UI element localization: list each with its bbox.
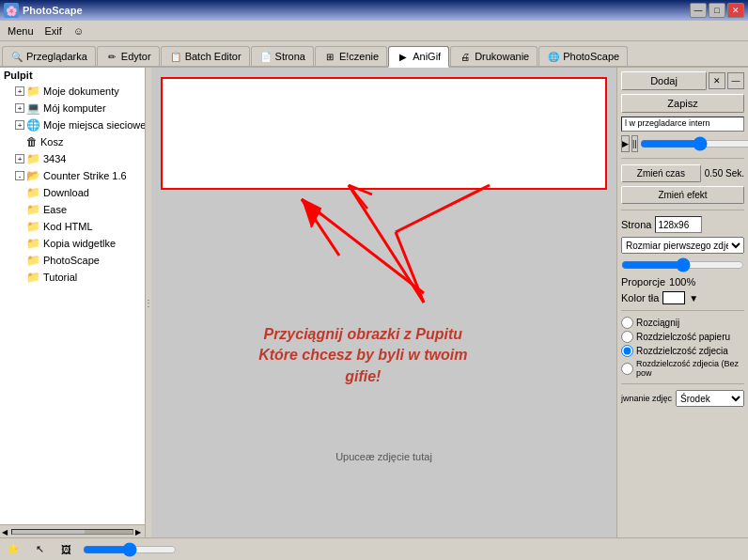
tab-drukowanie[interactable]: 🖨 Drukowanie: [450, 46, 538, 66]
radio-bez-pow[interactable]: Rozdzielczość zdjecia (Bez pow: [621, 359, 744, 378]
tree-item-tutorial[interactable]: 📁 Tutorial: [0, 269, 145, 286]
drop-hint-main: Przyciągnij obrazki z Pupitu Które chces…: [258, 324, 467, 387]
close-button[interactable]: ✕: [727, 3, 744, 18]
drop-hint-sub: Upuceæ zdjęcie tutaj: [335, 451, 432, 462]
playback-slider[interactable]: [640, 137, 748, 150]
radio-zdjecia[interactable]: Rozdzielczość zdjecia: [621, 345, 744, 357]
bg-color-label: Kolor tła: [621, 292, 659, 303]
save-button[interactable]: Zapisz: [621, 94, 744, 113]
time-value: 0.50 Sek.: [705, 168, 744, 179]
proportion-row: Proporcje 100%: [621, 276, 744, 288]
tree-item-kod-html[interactable]: 📁 Kod HTML: [0, 218, 145, 235]
change-time-row: Zmień czas 0.50 Sek.: [621, 164, 744, 182]
tree-item-moje-miejsca[interactable]: + 🌐 Moje miejsca sieciowe: [0, 117, 145, 133]
change-effect-button[interactable]: Zmień efekt: [621, 186, 744, 204]
status-bar: ⭐ ↖ 🖼: [0, 537, 748, 560]
radio-label-zdjecia: Rozdzielczość zdjecia: [636, 346, 728, 356]
align-select[interactable]: Środek: [676, 390, 744, 407]
radio-label-papier: Rozdzielczość papieru: [636, 332, 730, 342]
pause-button[interactable]: ||: [631, 135, 638, 152]
size-select[interactable]: Rozmiar pierwszego zdjecia: [621, 237, 744, 254]
image-icon[interactable]: 🖼: [56, 540, 75, 559]
tree-item-moj-komputer[interactable]: + 💻 Mój komputer: [0, 100, 145, 117]
star-icon[interactable]: ⭐: [4, 540, 23, 559]
expander-3434[interactable]: +: [15, 154, 24, 163]
sidebar-header-label: Pulpit: [4, 70, 33, 81]
cursor-icon[interactable]: ↖: [30, 540, 49, 559]
page-label: Strona: [621, 219, 651, 230]
radio-input-papier[interactable]: [621, 331, 633, 343]
tab-photoscape[interactable]: 🌐 PhotoScape: [538, 46, 628, 66]
tree-item-moje-dokumenty[interactable]: + 📁 Moje dokumenty: [0, 83, 145, 100]
menu-bar: Menu Exif ☺: [0, 21, 748, 41]
przegladarka-icon: 🔍: [10, 50, 23, 63]
tree-label-photoscape-folder: PhotoScape: [43, 255, 100, 266]
minimize-button[interactable]: —: [690, 3, 707, 18]
tab-strona[interactable]: 📄 Strona: [251, 46, 314, 66]
radio-rozciagnij[interactable]: Rozciągnij: [621, 317, 744, 329]
tree-item-kopia-widgetlke[interactable]: 📁 Kopia widgetlke: [0, 235, 145, 252]
expander-moje-dokumenty[interactable]: +: [15, 86, 24, 96]
proportion-slider[interactable]: [621, 257, 744, 272]
preview-label: l w przegladarce intern: [621, 117, 744, 132]
maximize-button[interactable]: □: [709, 3, 725, 18]
tab-edytor[interactable]: ✏ Edytor: [97, 46, 160, 66]
tree-item-3434[interactable]: + 📁 3434: [0, 150, 145, 167]
play-button[interactable]: ▶: [621, 135, 630, 152]
batch-icon: 📋: [169, 50, 182, 63]
change-time-button[interactable]: Zmień czas: [621, 164, 701, 182]
tab-label-batch: Batch Editor: [185, 51, 242, 62]
proportion-label: Proporcje: [621, 276, 665, 288]
add-button[interactable]: Dodaj: [621, 71, 707, 90]
tab-przeglądarka[interactable]: 🔍 Przeglądarka: [2, 46, 96, 66]
zoom-slider[interactable]: [83, 542, 177, 557]
arrow-svg-main: [302, 176, 546, 307]
bg-color-row: Kolor tła ▼: [621, 291, 744, 304]
expander-moj-komputer[interactable]: +: [15, 103, 24, 113]
drukowanie-icon: 🖨: [459, 50, 472, 63]
tree-item-download[interactable]: 📁 Download: [0, 184, 145, 201]
anigif-icon: ▶: [397, 50, 410, 63]
tab-label-anigif: AniGif: [413, 51, 441, 62]
tab-anigif[interactable]: ▶ AniGif: [388, 46, 449, 68]
right-panel: Dodaj ✕ — Zapisz l w przegladarce intern…: [616, 68, 748, 537]
tree-item-ease[interactable]: 📁 Ease: [0, 201, 145, 218]
close-icon-btn[interactable]: ✕: [709, 72, 725, 89]
tree-item-photoscape-folder[interactable]: 📁 PhotoScape: [0, 252, 145, 269]
slider-row: [621, 257, 744, 272]
radio-label-rozciagnij: Rozciągnij: [636, 318, 679, 328]
title-bar: 🌸 PhotoScape — □ ✕: [0, 0, 748, 21]
tree-label-kopia-widgetlke: Kopia widgetlke: [43, 238, 116, 249]
toolbar: 🔍 Przeglądarka ✏ Edytor 📋 Batch Editor 📄…: [0, 41, 748, 68]
tree-label-moje-dokumenty: Moje dokumenty: [43, 86, 119, 97]
expander-counter-strike[interactable]: -: [15, 171, 24, 180]
menu-item-exif[interactable]: Exif: [39, 23, 68, 39]
sidebar-scroll-right[interactable]: ▶: [135, 528, 143, 536]
menu-item-menu[interactable]: Menu: [2, 23, 39, 39]
tab-label-drukowanie: Drukowanie: [475, 51, 529, 62]
radio-input-bez-pow[interactable]: [621, 363, 633, 375]
tree-item-kosz[interactable]: 🗑 Kosz: [0, 133, 145, 150]
tab-label-eczenie: E!czenie: [339, 51, 379, 62]
tree-label-tutorial: Tutorial: [43, 272, 77, 283]
radio-label-bez-pow: Rozdzielczość zdjecia (Bez pow: [636, 359, 744, 378]
tab-label-edytor: Edytor: [121, 51, 151, 62]
menu-item-extra[interactable]: ☺: [68, 23, 89, 39]
rp-header-buttons: Dodaj ✕ —: [621, 71, 744, 90]
sidebar-scroll-left[interactable]: ◀: [2, 528, 9, 536]
tree-label-ease: Ease: [43, 204, 67, 215]
align-label: jwnanie zdjęc: [621, 394, 672, 403]
radio-options: Rozciągnij Rozdzielczość papieru Rozdzie…: [621, 317, 744, 378]
bg-color-picker[interactable]: [662, 291, 685, 304]
bg-color-dropdown[interactable]: ▼: [689, 293, 698, 303]
radio-input-rozciagnij[interactable]: [621, 317, 633, 329]
page-size-input[interactable]: [655, 216, 702, 233]
radio-papier[interactable]: Rozdzielczość papieru: [621, 331, 744, 343]
tab-batch[interactable]: 📋 Batch Editor: [161, 46, 250, 66]
expander-moje-miejsca[interactable]: +: [15, 120, 24, 130]
tab-eczenie[interactable]: ⊞ E!czenie: [315, 46, 387, 66]
radio-input-zdjecia[interactable]: [621, 345, 633, 357]
eczenie-icon: ⊞: [323, 50, 336, 63]
minus-icon-btn[interactable]: —: [727, 72, 744, 89]
tree-item-counter-strike[interactable]: - 📂 Counter Strike 1.6: [0, 167, 145, 184]
